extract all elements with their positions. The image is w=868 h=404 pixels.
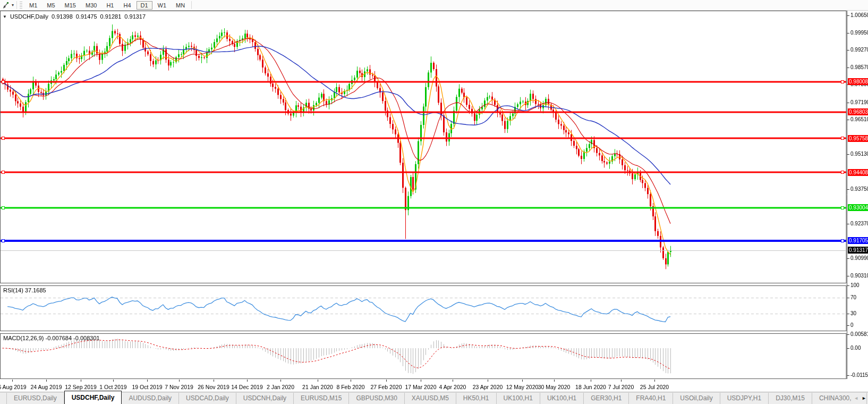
timeframe-buttons: M1M5M15M30H1H4D1W1MN	[24, 2, 190, 9]
date-tick-label: 27 Feb 2020	[371, 384, 402, 390]
toolbar-grip[interactable]	[20, 2, 22, 9]
date-tick-label: 17 Mar 2020	[405, 384, 437, 390]
date-tick-label: 12 Sep 2019	[65, 384, 97, 390]
chart-tab-fra40-h1[interactable]: FRA40,H1	[629, 393, 673, 404]
current-price-badge: 0.91317	[848, 247, 868, 254]
toolbar-separator	[191, 1, 192, 9]
rsi-tick-label: 0	[850, 322, 868, 328]
price-tick-label: 0.95130	[850, 151, 868, 157]
date-tick-label: 7 Jul 2020	[608, 384, 634, 390]
price-tick-label: 1.00650	[850, 12, 868, 18]
date-tick-label: 14 Dec 2019	[231, 384, 263, 390]
macd-tick-label: 0.005818	[850, 331, 868, 337]
timeframe-button-M5[interactable]: M5	[42, 1, 59, 10]
price-level-badge: 0.96803	[848, 108, 868, 115]
price-level-badge: 0.95758	[848, 135, 868, 142]
price-tick-label: 0.99270	[850, 47, 868, 53]
timeframe-button-M1[interactable]: M1	[25, 1, 41, 10]
macd-indicator-label: MACD(12,26,9) -0.007684 -0.008301	[3, 335, 100, 341]
price-tick-label: 0.90310	[850, 273, 868, 279]
price-tick-label: 0.97190	[850, 99, 868, 105]
chart-symbol-label: USDCHF,Daily	[10, 13, 48, 20]
date-tick-label: 19 Oct 2019	[132, 384, 162, 390]
chart-title: ▼ USDCHF,Daily 0.91398 0.91475 0.91281 0…	[3, 13, 146, 20]
ohlc-low: 0.91281	[100, 13, 122, 20]
timeframe-button-MN[interactable]: MN	[172, 1, 189, 10]
tool-dropdown-caret[interactable]: ▾	[12, 3, 14, 7]
crosshair-tool-icon[interactable]	[0, 1, 12, 10]
timeframe-button-D1[interactable]: D1	[137, 1, 152, 10]
price-tick-label: 0.98570	[850, 64, 868, 70]
date-tick-label: 8 Feb 2020	[336, 384, 364, 390]
chart-tab-eurusd-daily[interactable]: EURUSD,Daily	[6, 393, 64, 404]
price-tick-label: 0.99950	[850, 30, 868, 36]
timeframe-button-W1[interactable]: W1	[154, 1, 171, 10]
date-tick-label: 18 Jun 2020	[575, 384, 606, 390]
chart-tab-gbpusd-m30[interactable]: GBPUSD,M30	[349, 393, 404, 404]
date-tick-label: 30 May 2020	[538, 384, 571, 390]
chart-tab-hk50-h1[interactable]: HK50,H1	[456, 393, 497, 404]
macd-tick-label: -0.011513	[850, 372, 868, 378]
price-level-badge: 0.91705	[848, 237, 868, 244]
date-tick-label: 12 May 2020	[506, 384, 539, 390]
rsi-indicator-label: RSI(14) 37.1685	[3, 287, 46, 293]
chart-tab-audusd-daily[interactable]: AUDUSD,Daily	[122, 393, 179, 404]
chart-tab-usoil-daily[interactable]: USOil,Daily	[673, 393, 720, 404]
timeframe-button-H1[interactable]: H1	[102, 1, 118, 10]
chart-tab-ger30-h1[interactable]: GER30,H1	[584, 393, 629, 404]
timeframe-toolbar: ▾ M1M5M15M30H1H4D1W1MN	[0, 0, 868, 11]
timeframe-button-M15[interactable]: M15	[61, 1, 80, 10]
rsi-tick-label: 100	[850, 282, 868, 288]
toolbar-separator	[16, 1, 17, 9]
tab-scroll-left-icon[interactable]: ◄	[854, 394, 858, 402]
macd-tick-label: 0.00	[850, 345, 868, 351]
chart-tab-dj30-m15[interactable]: DJ30,M15	[769, 393, 812, 404]
chart-tab-bar: EURUSD,DailyUSDCHF,DailyAUDUSD,DailyUSDC…	[0, 392, 868, 404]
trading-platform-window: ▾ M1M5M15M30H1H4D1W1MN ▼ USDCHF,Daily 0.…	[0, 0, 868, 404]
date-tick-label: 1 Oct 2019	[99, 384, 126, 390]
tab-scroll-buttons: ◄ ►	[852, 394, 866, 402]
date-tick-label: 4 Apr 2020	[439, 384, 466, 390]
price-level-badge: 0.94408	[848, 169, 868, 176]
date-tick-label: 7 Nov 2019	[165, 384, 193, 390]
date-tick-label: 24 Aug 2019	[31, 384, 62, 390]
chart-tab-xauusd-m5[interactable]: XAUUSD,M5	[405, 393, 456, 404]
ohlc-high: 0.91475	[76, 13, 97, 20]
price-tick-label: 0.90990	[850, 255, 868, 261]
date-tick-label: 23 Apr 2020	[473, 384, 503, 390]
chart-tab-uk100-h1[interactable]: UK100,H1	[497, 393, 540, 404]
timeframe-button-H4[interactable]: H4	[119, 1, 135, 10]
price-tick-label: 0.92370	[850, 221, 868, 226]
date-tick-label: 21 Jan 2020	[302, 384, 333, 390]
chart-tab-uk100-h1[interactable]: UK100,H1	[540, 393, 584, 404]
chart-tab-usdchf-daily[interactable]: USDCHF,Daily	[64, 391, 122, 404]
date-tick-label: 26 Nov 2019	[198, 384, 229, 390]
timeframe-button-M30[interactable]: M30	[81, 1, 101, 10]
tab-scroll-right-icon[interactable]: ►	[862, 394, 866, 402]
price-level-badge: 0.98008	[848, 78, 868, 85]
price-tick-label: 0.96510	[850, 116, 868, 122]
price-level-badge: 0.93004	[848, 204, 868, 211]
ohlc-open: 0.91398	[52, 13, 73, 20]
chart-tab-usdjpy-h1[interactable]: USDJPY,H1	[720, 393, 769, 404]
ohlc-close: 0.91317	[124, 13, 146, 20]
chart-tab-usdcnh-daily[interactable]: USDCNH,Daily	[236, 393, 294, 404]
rsi-tick-label: 30	[850, 310, 868, 316]
collapse-triangle-icon[interactable]: ▼	[3, 14, 7, 19]
chart-tab-usdcad-daily[interactable]: USDCAD,Daily	[179, 393, 236, 404]
rsi-tick-label: 70	[850, 294, 868, 300]
date-tick-label: 6 Aug 2019	[0, 384, 27, 390]
price-tick-label: 0.93750	[850, 186, 868, 192]
date-tick-label: 25 Jul 2020	[640, 384, 669, 390]
price-chart-canvas[interactable]	[0, 0, 868, 404]
chart-tab-eurusd-m15[interactable]: EURUSD,M15	[294, 393, 349, 404]
date-tick-label: 2 Jan 2020	[267, 384, 294, 390]
